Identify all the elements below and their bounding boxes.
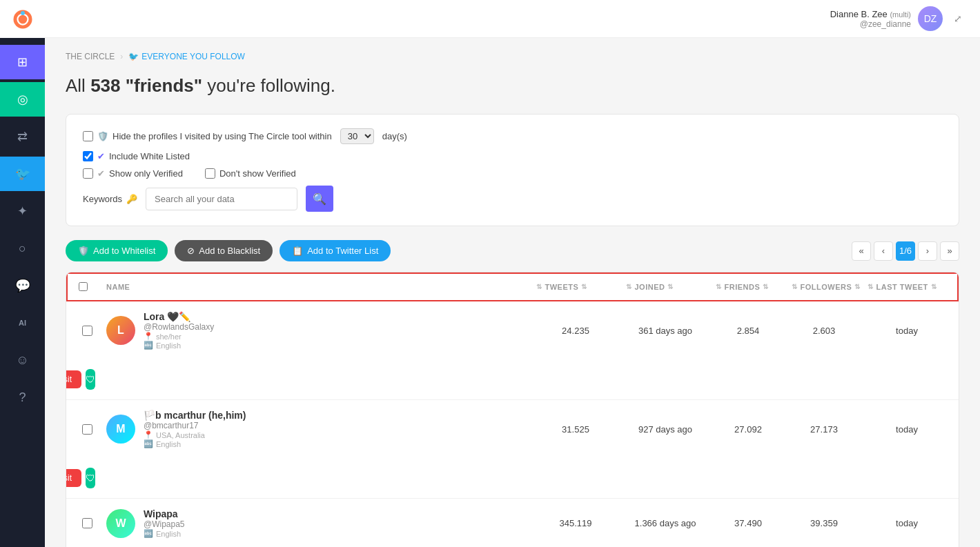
days-label: day(s) — [382, 131, 407, 141]
sidebar-logo — [0, 0, 45, 38]
sidebar-item-chat[interactable]: 💬 — [0, 268, 45, 303]
friends-cell-1: 2.854 — [710, 316, 786, 346]
user-name-3: Wipapa — [144, 508, 185, 519]
dont-show-verified-checkbox[interactable] — [205, 168, 215, 179]
sidebar-item-smile[interactable]: ☺ — [0, 343, 45, 377]
header-tweets[interactable]: ⇅ TWEETS ⇅ — [531, 272, 620, 301]
sort-icon-joined2: ⇅ — [667, 283, 674, 290]
ai-icon: AI — [19, 319, 26, 327]
breadcrumb-current: 🐦 EVERYONE YOU FOLLOW — [128, 52, 245, 61]
sidebar-item-user[interactable]: ○ — [0, 231, 45, 266]
breadcrumb-parent: THE CIRCLE — [66, 52, 115, 61]
main-area: Dianne B. Zee (multi) @zee_dianne DZ ⤢ T… — [45, 0, 980, 547]
tweets-cell-3: 345.119 — [531, 508, 620, 538]
sidebar-item-grid[interactable]: ⊞ — [0, 45, 45, 79]
user-handle: @zee_dianne — [830, 19, 911, 29]
add-to-whitelist-button[interactable]: 🛡️ Add to Whitelist — [66, 240, 168, 261]
breadcrumb-icon: 🐦 — [128, 52, 139, 61]
row-checkbox-3[interactable] — [82, 518, 92, 528]
add-to-blacklist-button[interactable]: ⊘ Add to Blacklist — [175, 240, 273, 261]
row-checkbox-cell-3 — [73, 518, 101, 528]
friends-cell-2: 27.092 — [710, 415, 786, 444]
sidebar: ⊞ ◎ ⇄ 🐦 ✦ ○ 💬 AI ☺ ? — [0, 0, 45, 547]
avatar-2: M — [106, 415, 135, 444]
sidebar-item-ai[interactable]: AI — [0, 306, 45, 340]
hide-profiles-checkbox-label[interactable]: 🛡️ Hide the profiles I visited by using … — [83, 131, 332, 141]
joined-cell-2: 927 days ago — [620, 415, 710, 444]
sort-icon-tweets2: ⇅ — [581, 283, 587, 290]
avatar-1: L — [106, 316, 135, 345]
network-icon: ✦ — [17, 203, 28, 219]
avatar-3: W — [106, 509, 135, 538]
action-buttons: 🛡️ Add to Whitelist ⊘ Add to Blacklist 📋… — [66, 240, 391, 261]
whitelist-button-1[interactable]: 🛡 — [86, 369, 95, 390]
svg-point-2 — [21, 11, 25, 15]
action-row: 🛡️ Add to Whitelist ⊘ Add to Blacklist 📋… — [66, 240, 959, 261]
user-cell-3: W Wipapa @Wipapa5 🔤 English — [101, 499, 531, 547]
smile-icon: ☺ — [16, 353, 28, 368]
user-handle-3: @Wipapa5 — [144, 519, 185, 529]
sidebar-item-twitter[interactable]: 🐦 — [0, 157, 45, 191]
sidebar-item-network[interactable]: ✦ — [0, 194, 45, 228]
prev-page-button[interactable]: ‹ — [874, 241, 893, 261]
friends-cell-3: 37.490 — [710, 508, 786, 538]
table-row: M 🏳️b mcarthur (he,him) @bmcarthur17 📍 U… — [66, 400, 959, 499]
header-name[interactable]: NAME — [101, 272, 531, 301]
days-select[interactable]: 30 7 14 60 90 — [340, 128, 374, 144]
sort-icon-friends2: ⇅ — [763, 283, 769, 290]
include-whitelist-label: Include White Listed — [109, 151, 190, 161]
header-checkbox-cell — [73, 272, 101, 301]
sort-icon-followers: ⇅ — [792, 283, 798, 290]
last-page-button[interactable]: » — [940, 241, 959, 261]
dont-show-verified-label: Don't show Verified — [219, 168, 296, 179]
share-icon: ⇄ — [17, 129, 28, 144]
user-display-name: Dianne B. Zee (multi) — [830, 9, 911, 19]
filter-box: 🛡️ Hide the profiles I visited by using … — [66, 114, 959, 226]
sidebar-item-help[interactable]: ? — [0, 380, 45, 415]
visit-button-1[interactable]: Visit — [66, 370, 81, 388]
header-followers[interactable]: ⇅ FOLLOWERS ⇅ — [786, 272, 862, 301]
lang-icon-3: 🔤 — [144, 529, 153, 538]
help-icon: ? — [19, 390, 26, 405]
hide-profiles-checkbox[interactable] — [83, 131, 93, 141]
user-handle-1: @RowlandsGalaxy — [144, 322, 214, 332]
whitelist-button-2[interactable]: 🛡 — [86, 468, 95, 488]
header-joined[interactable]: ⇅ JOINED ⇅ — [620, 272, 710, 301]
user-lang-1: 🔤 English — [144, 341, 214, 350]
avatar: DZ — [918, 6, 943, 31]
add-to-twitter-list-button[interactable]: 📋 Add to Twitter List — [280, 240, 391, 261]
header-last-tweet[interactable]: ⇅ LAST TWEET ⇅ — [862, 272, 952, 301]
row-checkbox-cell-1 — [73, 326, 101, 336]
current-page-button[interactable]: 1/6 — [896, 241, 915, 261]
user-lang-3: 🔤 English — [144, 529, 185, 538]
first-page-button[interactable]: « — [852, 241, 871, 261]
select-all-checkbox[interactable] — [79, 282, 88, 291]
user-meta-1: 📍 she/her — [144, 332, 214, 341]
hide-profiles-label: Hide the profiles I visited by using The… — [112, 131, 332, 141]
page-title: All 538 "friends" you're following. — [66, 75, 959, 97]
show-verified-checkbox-label[interactable]: ✔ Show only Verified — [83, 168, 183, 179]
filter-row-whitelist: ✔ Include White Listed — [83, 151, 942, 161]
user-text-block: Dianne B. Zee (multi) @zee_dianne — [830, 9, 911, 29]
next-page-button[interactable]: › — [918, 241, 937, 261]
sort-icon-last-tweet: ⇅ — [868, 283, 874, 290]
lang-icon-2: 🔤 — [144, 439, 153, 448]
dont-show-verified-checkbox-label[interactable]: Don't show Verified — [205, 168, 296, 179]
sidebar-item-target[interactable]: ◎ — [0, 82, 45, 117]
followers-cell-2: 27.173 — [786, 415, 862, 444]
include-whitelist-checkbox-label[interactable]: ✔ Include White Listed — [83, 151, 190, 161]
search-input[interactable] — [146, 188, 297, 210]
last-tweet-cell-1: today — [862, 316, 952, 346]
header-friends[interactable]: ⇅ FRIENDS ⇅ — [710, 272, 786, 301]
show-verified-checkbox[interactable] — [83, 168, 93, 179]
visit-button-2[interactable]: Visit — [66, 469, 81, 487]
row-checkbox-2[interactable] — [82, 424, 92, 435]
user-icon: ○ — [19, 241, 26, 256]
search-button[interactable]: 🔍 — [306, 186, 333, 212]
include-whitelist-checkbox[interactable] — [83, 151, 93, 161]
tweets-cell-1: 24.235 — [531, 316, 620, 346]
expand-button[interactable]: ⤢ — [950, 10, 966, 27]
pagination: « ‹ 1/6 › » — [852, 241, 959, 261]
sidebar-item-share[interactable]: ⇄ — [0, 119, 45, 154]
row-checkbox-1[interactable] — [82, 326, 92, 336]
